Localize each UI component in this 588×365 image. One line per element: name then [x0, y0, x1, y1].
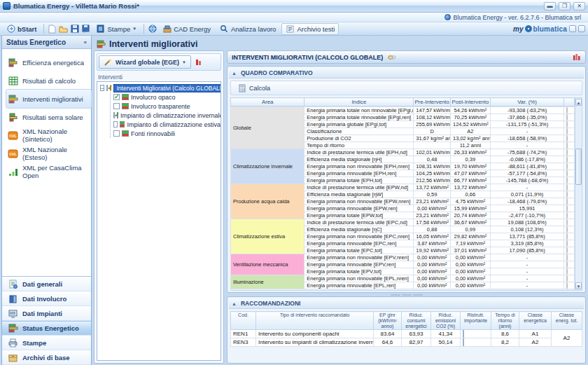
collapse-section-icon[interactable]: ▲ — [232, 71, 237, 76]
ristrutt-checkbox[interactable] — [463, 338, 464, 346]
save-all-icon[interactable] — [81, 25, 90, 34]
tree-item-checkbox[interactable] — [113, 94, 120, 100]
close-button[interactable]: ✕ — [573, 2, 585, 11]
variazione-cell: -0,086 (-17,8%) — [490, 156, 564, 163]
nav-item-dati-generali[interactable]: Dati generali — [2, 277, 91, 291]
indice-cell: Energia primaria totale [EPV,tot] — [304, 268, 414, 275]
pre-intervento-cell: 0,00 kWh/m² — [414, 268, 451, 275]
status-cell — [564, 226, 575, 233]
tree-item-involucro-trasparente[interactable]: Involucro trasparente — [113, 102, 220, 111]
column-header-riduz-emissioni-co2[interactable]: Riduz. emissioni CO2 (%) — [431, 312, 461, 330]
sidebar-item-xml-nazionale-esteso[interactable]: XMLXML Nazionale (Esteso) — [6, 144, 91, 163]
tree-item-fonti-rinnovabili[interactable]: Fonti rinnovabili — [113, 129, 220, 138]
maximize-button[interactable]: ❐ — [559, 2, 570, 11]
collapse-section-icon[interactable]: ▲ — [232, 301, 237, 306]
nav-item-dati-impianti[interactable]: Dati Impianti — [2, 306, 91, 321]
quadro-section-header[interactable]: ▲ QUADRO COMPARATIVO — [229, 68, 584, 78]
column-header-riduz-consumi-energetici[interactable]: Riduz. consumi energetici — [402, 312, 431, 330]
raccomandazioni-section-header[interactable]: ▲ RACCOMANDAZIONI — [229, 298, 584, 309]
open-folder-icon[interactable] — [59, 25, 68, 34]
sidebar-item-efficienza-energetica[interactable]: Efficienza energetica — [6, 53, 91, 71]
status-cell — [564, 184, 575, 191]
column-header-var[interactable]: Var. (%) — [490, 98, 564, 106]
account-icon[interactable] — [569, 25, 576, 32]
bstart-button[interactable]: bStart — [3, 24, 40, 34]
column-header-post-intervento[interactable]: Post-Intervento — [450, 98, 490, 106]
pre-intervento-cell: 17,58 kWh/m² — [414, 219, 451, 226]
pre-intervento-cell: D — [414, 128, 451, 135]
analizza-lavoro-button[interactable]: Analizza lavoro — [216, 24, 279, 34]
column-header-classe-energetica[interactable]: Classe energetica — [519, 312, 552, 330]
minimize-button[interactable]: ▬ — [544, 2, 556, 11]
status-green-icon — [566, 163, 568, 170]
tree-item-involucro-opaco[interactable]: Involucro opaco — [113, 92, 220, 102]
column-header-pre-intervento[interactable]: Pre-Intervento — [414, 98, 451, 106]
post-intervento-cell: 0,00 kWh/m² — [450, 275, 490, 282]
brand-name: blumatica — [533, 25, 567, 33]
sidebar-item-interventi-migliorativi[interactable]: Interventi migliorativi — [6, 90, 91, 108]
tree-item-checkbox[interactable] — [113, 112, 115, 118]
page-title-label: Interventi migliorativi — [109, 39, 197, 49]
status-cell — [564, 135, 575, 142]
cad-energy-button[interactable]: CAD Energy — [159, 24, 214, 34]
printer-icon — [8, 338, 18, 348]
toolbar-separator — [144, 24, 144, 34]
column-header-classe-energ-tot[interactable]: Classe energ. tot. — [552, 312, 582, 330]
column-header-cod[interactable]: Cod. — [231, 312, 256, 330]
post-intervento-cell: 7,19 kWh/m² — [450, 240, 490, 247]
pre-intervento-cell: 104,25 kWh/m² — [414, 170, 451, 177]
new-document-icon[interactable] — [48, 25, 57, 34]
tree-item-checkbox[interactable] — [113, 103, 120, 109]
tree-item-checkbox[interactable] — [113, 121, 118, 128]
classe-energetica-cell: A1 — [519, 330, 552, 338]
wizard-toolbar: Wizard globale (EGE) ▼ — [97, 53, 221, 71]
status-green-icon — [566, 149, 568, 156]
status-green-icon — [566, 177, 568, 184]
collapse-sidebar-icon[interactable]: « — [84, 39, 87, 46]
tree-root-item[interactable]: – Interventi Migliorativi (Calcolo GLOBA… — [100, 83, 220, 92]
column-header-ep-glnr-kwh-m-anno[interactable]: EP glnr (kWh/m² anno) — [374, 312, 402, 330]
sidebar-item-xml-nazionale-sintetico[interactable]: XMLXML Nazionale (Sintetico) — [6, 126, 91, 144]
stampe-button[interactable]: Stampe ▼ — [92, 24, 140, 34]
ristrutt-checkbox[interactable] — [463, 330, 464, 338]
nav-item-archivi-di-base[interactable]: Archivi di base — [2, 350, 91, 365]
main-panel-header: INTERVENTI MIGLIORATIVI (CALCOLO GLOBALE… — [227, 50, 586, 64]
post-intervento-cell: 70,25 kWh/m² — [450, 114, 490, 121]
nav-item-stampe[interactable]: Stampe — [2, 336, 91, 350]
link-icon[interactable] — [387, 53, 396, 62]
sidebar-item-xml-per-casaclima-open[interactable]: XML per CasaClima Open — [6, 163, 91, 181]
scroll-down-icon[interactable]: ▼ — [575, 282, 582, 289]
tree-item-checkbox[interactable] — [113, 130, 120, 137]
red-chart-icon[interactable] — [194, 57, 203, 67]
news-icon[interactable] — [578, 25, 585, 32]
scrollbar-thumb[interactable] — [575, 149, 582, 185]
vertical-scrollbar[interactable]: ▲ ▼ — [575, 97, 582, 291]
tree-collapse-icon[interactable]: – — [100, 85, 104, 91]
column-header-ristrutt-importante[interactable]: Ristrutt. importante — [461, 312, 491, 330]
nav-item-dati-involucro[interactable]: Dati Involucro — [2, 291, 91, 306]
status-red-icon — [566, 233, 568, 240]
scroll-up-icon[interactable]: ▲ — [575, 99, 582, 106]
nav-item-status-energetico[interactable]: Status Energetico — [2, 321, 91, 336]
sidebar-header[interactable]: Status Energetico « — [2, 36, 91, 49]
wizard-globale-button[interactable]: Wizard globale (EGE) ▼ — [99, 55, 191, 69]
post-intervento-cell: 47,07 kWh/m² — [450, 170, 490, 177]
calcola-button[interactable]: Calcola — [233, 83, 274, 93]
status-red-icon — [566, 219, 568, 226]
pre-intervento-cell: 0,00 kWh/m² — [414, 275, 451, 282]
tree-item-impianto-di-climatizzazione-invernale-e-acs[interactable]: Impianto di climatizzazione invernale e … — [113, 111, 220, 120]
column-header-tempo-di-ritorno-anni[interactable]: Tempo di ritorno (anni) — [491, 312, 519, 330]
tree-root-checkbox[interactable] — [106, 85, 108, 91]
report-chart-icon[interactable] — [572, 53, 581, 62]
globe-icon[interactable] — [148, 25, 157, 34]
column-header-area[interactable]: Area — [231, 98, 304, 106]
sidebar-item-risultati-serra-solare[interactable]: Risultati serra solare — [6, 108, 91, 126]
column-header-tipo-di-intervento-raccomandato[interactable]: Tipo di intervento raccomandato — [256, 312, 374, 330]
tree-item-impianto-di-climatizzazione-estiva[interactable]: Impianto di climatizzazione estiva — [113, 120, 220, 129]
variazione-cell: - — [490, 142, 564, 149]
pre-intervento-cell: 13,72 kWh/m² — [414, 184, 451, 191]
sidebar-item-risultati-di-calcolo[interactable]: Risultati di calcolo — [6, 71, 91, 90]
column-header-indice[interactable]: Indice — [304, 98, 414, 106]
save-icon[interactable] — [70, 25, 79, 34]
archivio-testi-button[interactable]: Archivio testi — [281, 23, 339, 35]
